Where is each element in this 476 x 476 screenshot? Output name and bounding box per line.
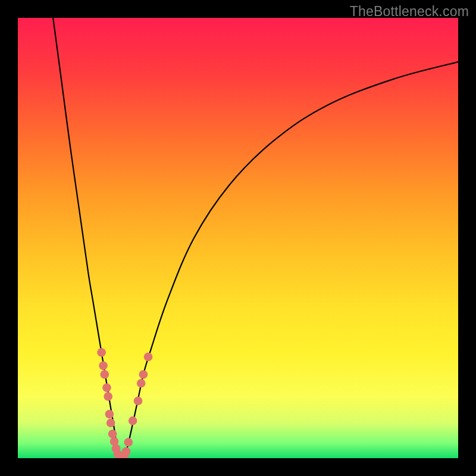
data-marker	[144, 353, 153, 362]
right-curve	[119, 62, 458, 458]
data-marker	[97, 348, 106, 357]
data-marker	[102, 383, 111, 392]
data-markers	[97, 348, 152, 458]
data-marker	[104, 392, 112, 401]
left-curve	[53, 18, 119, 458]
data-marker	[134, 397, 143, 406]
data-marker	[137, 379, 146, 388]
data-marker	[129, 416, 137, 425]
plot-area	[18, 18, 458, 458]
watermark-text: TheBottleneck.com	[350, 4, 469, 20]
data-marker	[124, 438, 133, 447]
data-marker	[139, 370, 148, 379]
data-marker	[105, 410, 114, 419]
chart-frame: TheBottleneck.com	[0, 0, 476, 476]
curves-layer	[18, 18, 458, 458]
data-marker	[107, 419, 115, 428]
data-marker	[108, 430, 117, 439]
data-marker	[100, 370, 109, 379]
data-marker	[99, 361, 108, 370]
data-marker	[122, 447, 131, 456]
